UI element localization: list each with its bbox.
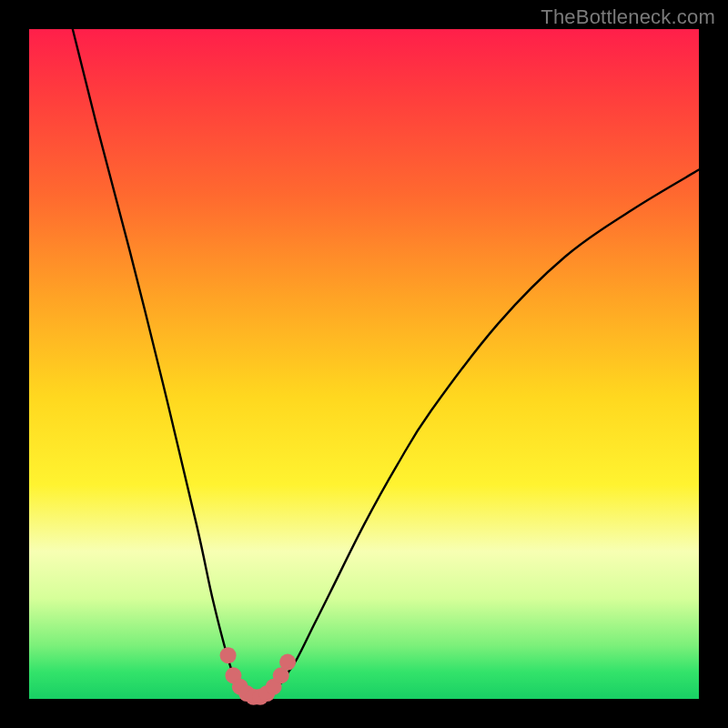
chart-svg bbox=[29, 29, 699, 699]
bottom-dot bbox=[279, 654, 296, 671]
bottom-dots-group bbox=[220, 647, 297, 705]
plot-area bbox=[29, 29, 699, 699]
watermark-text: TheBottleneck.com bbox=[541, 5, 715, 29]
bottom-dot bbox=[220, 647, 237, 663]
chart-stage: TheBottleneck.com bbox=[0, 0, 728, 728]
bottleneck-curve bbox=[73, 29, 699, 699]
